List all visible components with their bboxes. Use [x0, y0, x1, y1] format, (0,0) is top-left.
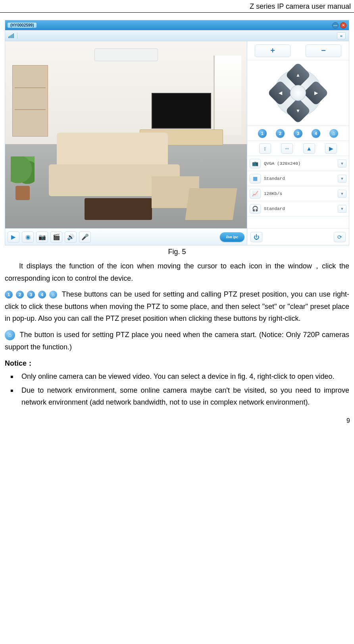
preset-3-button[interactable]: 3	[294, 129, 302, 138]
sub-toolbar: «	[5, 30, 349, 41]
preset-row: 1 2 3 4 ⌂	[247, 126, 349, 141]
power-button[interactable]: ⏻	[250, 232, 262, 242]
scene-ottoman	[185, 188, 237, 220]
record-button[interactable]: 🎬	[50, 231, 62, 243]
chevron-down-icon: ▼	[338, 190, 346, 198]
video-toolbar: ▶ ◉ 📷 🎬 🔊 🎤 live ipc	[5, 228, 247, 245]
audio-button[interactable]: 🔊	[65, 231, 77, 243]
page-content: (HY0002599) — ✕ «	[0, 13, 354, 409]
notice-list: Only online camera can be viewed video. …	[5, 370, 349, 409]
scene-shelf	[12, 65, 48, 137]
headphone-icon: 🎧	[250, 204, 261, 214]
ptz-controls: ▲ ▼ ◀ ▶	[247, 60, 349, 126]
device-id-label: (HY0002599)	[8, 23, 37, 28]
preset-1-icon: 1	[5, 291, 13, 299]
resolution-value: QVGA (320x240)	[264, 161, 338, 166]
paragraph-1: It displays the function of the icon whe…	[5, 260, 349, 284]
patrol-button[interactable]: ▲	[303, 143, 315, 154]
titlebar: (HY0002599) — ✕	[5, 20, 349, 30]
chevron-down-icon: ▼	[338, 205, 346, 213]
paragraph-3: ⌂ The button is used for setting PTZ pla…	[5, 329, 349, 353]
preset-home-icon: ⌂	[49, 291, 57, 299]
scene-ac	[94, 48, 158, 61]
zoom-out-button[interactable]: −	[306, 44, 341, 57]
vertical-flip-button[interactable]: ↕	[259, 143, 271, 154]
preset-2-icon: 2	[16, 291, 24, 299]
snapshot-button[interactable]: 📷	[36, 231, 48, 243]
quality-dropdown[interactable]: ▦ Standard ▼	[247, 171, 349, 186]
app-window: (HY0002599) — ✕ «	[5, 20, 349, 245]
flag-button[interactable]: ▶	[325, 143, 337, 154]
chevron-down-icon: ▼	[338, 175, 346, 183]
video-feed[interactable]	[5, 41, 247, 228]
scene-coffee-table	[85, 198, 152, 220]
horizontal-flip-button[interactable]: ↔	[281, 143, 293, 154]
quality-value: Standard	[264, 176, 338, 181]
audio-dropdown[interactable]: 🎧 Standard ▼	[247, 201, 349, 216]
paragraph-2: 1 2 3 4 ⌂ These buttons can be used for …	[5, 288, 349, 325]
scene-tv	[152, 93, 211, 129]
bitrate-value: 128Kb/s	[264, 191, 338, 196]
close-icon[interactable]: ✕	[340, 22, 346, 29]
preset-3-icon: 3	[27, 291, 35, 299]
brand-badge: live ipc	[220, 232, 244, 242]
collapse-panel-icon[interactable]: «	[337, 32, 346, 39]
notice-item-1: Only online camera can be viewed video. …	[21, 370, 349, 383]
scene-window	[214, 56, 241, 135]
quality-icon: ▦	[250, 174, 261, 183]
notice-item-2: Due to network environment, some online …	[21, 384, 349, 409]
preset-4-icon: 4	[38, 291, 46, 299]
control-row: ↕ ↔ ▲ ▶	[247, 141, 349, 156]
resolution-dropdown[interactable]: 📺 QVGA (320x240) ▼	[247, 156, 349, 171]
side-panel: + − ▲ ▼ ◀ ▶ 1 2 3	[247, 41, 349, 245]
preset-2-button[interactable]: 2	[276, 129, 285, 138]
preset-icons-inline: 1 2 3 4 ⌂	[5, 291, 57, 299]
page-number: 9	[0, 410, 354, 428]
signal-icon	[8, 33, 14, 38]
stop-button[interactable]: ◉	[22, 231, 34, 243]
minimize-icon[interactable]: —	[332, 22, 339, 29]
zoom-in-button[interactable]: +	[255, 44, 291, 57]
figure-caption: Fig. 5	[5, 248, 349, 256]
ptz-center-button[interactable]	[290, 85, 306, 101]
page-header: Z series IP camera user manual	[0, 0, 354, 13]
preset-1-button[interactable]: 1	[258, 129, 267, 138]
tv-icon: 📺	[250, 159, 261, 168]
preset-4-button[interactable]: 4	[312, 129, 320, 138]
mic-button[interactable]: 🎤	[79, 231, 91, 243]
bitrate-icon: 📈	[250, 189, 261, 199]
refresh-button[interactable]: ⟳	[334, 232, 346, 242]
bitrate-dropdown[interactable]: 📈 128Kb/s ▼	[247, 186, 349, 201]
chevron-down-icon: ▼	[338, 160, 346, 168]
paragraph-3-text: The button is used for setting PTZ place…	[5, 331, 349, 351]
audio-value: Standard	[264, 206, 338, 211]
play-button[interactable]: ▶	[8, 231, 19, 243]
preset-home-button[interactable]: ⌂	[329, 129, 338, 138]
home-icon: ⌂	[5, 330, 15, 340]
notice-heading: Notice：	[5, 359, 349, 368]
scene-plant	[11, 152, 35, 200]
